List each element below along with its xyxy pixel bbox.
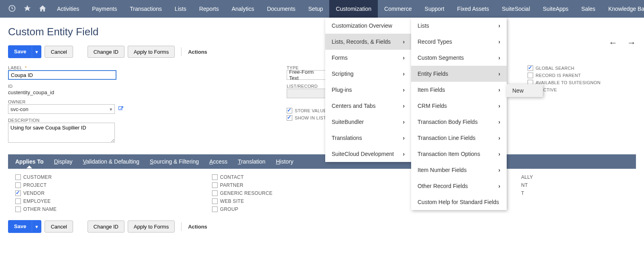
nav-setup[interactable]: Setup	[302, 0, 330, 18]
checkbox-partner[interactable]	[212, 182, 218, 188]
checkbox-project[interactable]	[15, 182, 21, 188]
checkbox-employee[interactable]	[15, 198, 21, 204]
submenu-item-transaction-body-fields[interactable]: Transaction Body Fields›	[411, 114, 507, 130]
owner-select[interactable]: svc-con▾	[8, 104, 115, 114]
show-in-list-checkbox[interactable]	[287, 115, 292, 121]
submenu-item-entity-fields[interactable]: Entity Fields›	[411, 66, 507, 82]
history-icon[interactable]	[8, 4, 16, 14]
checkbox-generic-resource[interactable]	[212, 190, 218, 196]
store-value-label: STORE VALUE	[295, 108, 326, 113]
id-field-label: ID	[8, 84, 287, 89]
submenu-item-other-record-fields[interactable]: Other Record Fields›	[411, 178, 507, 194]
nav-lists[interactable]: Lists	[168, 0, 193, 18]
submenu-item-custom-segments[interactable]: Custom Segments›	[411, 50, 507, 66]
menu-item-plug-ins[interactable]: Plug-ins›	[325, 82, 411, 98]
menu-item-suitecloud-development[interactable]: SuiteCloud Development›	[325, 146, 411, 162]
owner-field-label: OWNER	[8, 99, 287, 104]
save-dropdown-bottom[interactable]: ▾	[32, 220, 41, 233]
checkbox-web-site[interactable]	[212, 198, 218, 204]
prev-arrow-icon[interactable]: ←	[609, 38, 618, 48]
menu-item-customization-overview[interactable]: Customization Overview	[325, 18, 411, 34]
nav-support[interactable]: Support	[418, 0, 451, 18]
nav-transactions[interactable]: Transactions	[123, 0, 168, 18]
menu-item-scripting[interactable]: Scripting›	[325, 66, 411, 82]
nav-commerce[interactable]: Commerce	[378, 0, 418, 18]
save-dropdown[interactable]: ▾	[32, 46, 41, 58]
tab-display[interactable]: Display	[54, 158, 73, 165]
save-button-group-bottom: Save ▾	[8, 220, 41, 233]
apply-to-forms-button-bottom[interactable]: Apply to Forms	[128, 220, 175, 233]
description-textarea[interactable]	[8, 123, 115, 143]
nav-payments[interactable]: Payments	[86, 0, 123, 18]
submenu-item-item-number-fields[interactable]: Item Number Fields›	[411, 162, 507, 178]
submenu-item-record-types[interactable]: Record Types›	[411, 34, 507, 50]
label-vendor: VENDOR	[23, 190, 45, 196]
store-value-checkbox[interactable]	[287, 108, 292, 113]
chevron-right-icon: ›	[403, 38, 405, 45]
nav-reports[interactable]: Reports	[193, 0, 225, 18]
applies-to-panel: CUSTOMERPROJECTVENDOREMPLOYEEOTHER NAME …	[8, 169, 636, 220]
tab-history[interactable]: History	[276, 158, 293, 165]
change-id-button[interactable]: Change ID	[88, 46, 124, 58]
tab-sourcing-filtering[interactable]: Sourcing & Filtering	[150, 158, 199, 165]
home-icon[interactable]	[39, 4, 47, 14]
nav-knowledge-base[interactable]: Knowledge Base	[602, 0, 644, 18]
menu-item-new[interactable]: New	[507, 84, 543, 97]
next-arrow-icon[interactable]: →	[627, 38, 636, 48]
checkbox-group[interactable]	[212, 206, 218, 212]
type-select[interactable]: Free-Form Text	[287, 70, 327, 80]
record-is-parent-checkbox[interactable]	[528, 73, 533, 78]
star-icon[interactable]	[23, 4, 31, 14]
checkbox-vendor[interactable]	[15, 190, 21, 196]
description-field-label: DESCRIPTION	[8, 118, 287, 123]
nav-suitesocial[interactable]: SuiteSocial	[495, 0, 536, 18]
global-search-label: GLOBAL SEARCH	[536, 66, 574, 71]
menu-item-translations[interactable]: Translations›	[325, 130, 411, 146]
label-input[interactable]	[8, 70, 116, 80]
nav-suiteapps[interactable]: SuiteApps	[536, 0, 575, 18]
open-owner-icon[interactable]	[118, 106, 124, 113]
tab-applies-to[interactable]: Applies To	[15, 158, 44, 165]
chevron-right-icon: ›	[498, 167, 500, 173]
submenu-item-item-fields[interactable]: Item Fields›	[411, 82, 507, 98]
nav-analytics[interactable]: Analytics	[225, 0, 261, 18]
checkbox-contact[interactable]	[212, 174, 218, 180]
tab-translation[interactable]: Translation	[238, 158, 265, 165]
chevron-right-icon: ›	[403, 87, 405, 93]
menu-item-centers-and-tabs[interactable]: Centers and Tabs›	[325, 98, 411, 114]
menu-item-forms[interactable]: Forms›	[325, 50, 411, 66]
id-value: custentity_coupa_id	[8, 89, 287, 95]
nav-activities[interactable]: Activities	[51, 0, 86, 18]
chevron-right-icon: ›	[498, 87, 500, 93]
global-search-checkbox[interactable]	[528, 65, 533, 71]
checkbox-customer[interactable]	[15, 174, 21, 180]
apply-to-forms-button[interactable]: Apply to Forms	[128, 46, 175, 58]
tab-validation-defaulting[interactable]: Validation & Defaulting	[83, 158, 139, 165]
submenu-item-lists[interactable]: Lists›	[411, 18, 507, 34]
cancel-button-bottom[interactable]: Cancel	[45, 220, 73, 233]
label-t: T	[521, 190, 524, 196]
save-button-bottom[interactable]: Save	[8, 220, 32, 233]
menu-item-lists-records-fields[interactable]: Lists, Records, & Fields›	[325, 34, 411, 50]
actions-menu[interactable]: Actions	[188, 49, 207, 55]
nav-sales[interactable]: Sales	[575, 0, 602, 18]
submenu-item-crm-fields[interactable]: CRM Fields›	[411, 98, 507, 114]
save-button[interactable]: Save	[8, 46, 32, 58]
label-field-label: LABEL *	[8, 65, 287, 70]
nav-fixed-assets[interactable]: Fixed Assets	[451, 0, 495, 18]
chevron-right-icon: ›	[403, 119, 405, 125]
cancel-button[interactable]: Cancel	[45, 46, 73, 58]
tab-access[interactable]: Access	[209, 158, 227, 165]
menu-item-suitebundler[interactable]: SuiteBundler›	[325, 114, 411, 130]
label-other-name: OTHER NAME	[23, 206, 57, 212]
list-record-select[interactable]	[287, 89, 327, 98]
actions-menu-bottom[interactable]: Actions	[188, 224, 207, 230]
submenu-item-transaction-item-options[interactable]: Transaction Item Options›	[411, 146, 507, 162]
change-id-button-bottom[interactable]: Change ID	[88, 220, 124, 233]
action-bar-bottom: Save ▾ Cancel Change ID Apply to Forms A…	[8, 220, 636, 233]
nav-customization[interactable]: Customization	[329, 0, 378, 18]
submenu-item-custom-help-for-standard-fields[interactable]: Custom Help for Standard Fields	[411, 194, 507, 210]
checkbox-other-name[interactable]	[15, 206, 21, 212]
submenu-item-transaction-line-fields[interactable]: Transaction Line Fields›	[411, 130, 507, 146]
nav-documents[interactable]: Documents	[261, 0, 302, 18]
